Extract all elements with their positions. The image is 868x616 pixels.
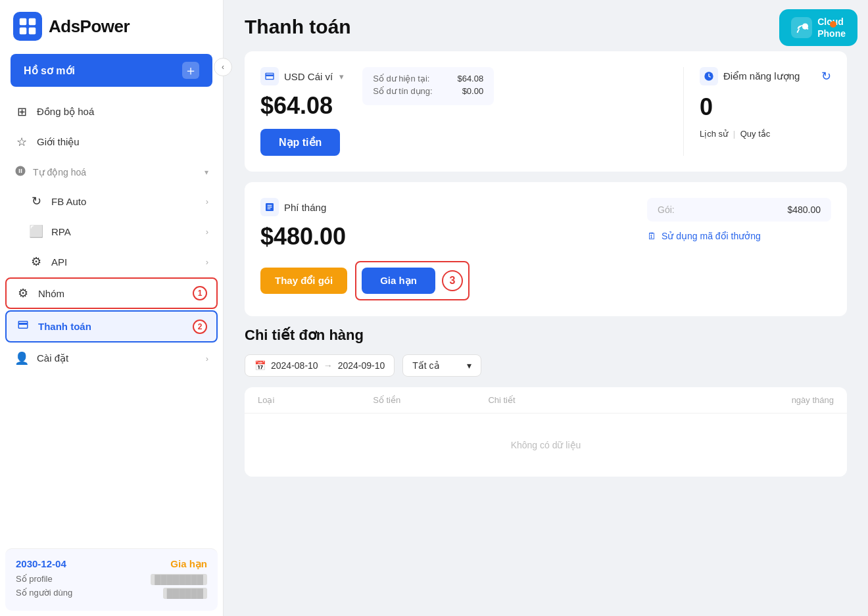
order-section: Chi tiết đơn hàng 📅 2024-08-10 → 2024-09… [245, 327, 847, 477]
col-detail: Chi tiết [488, 395, 718, 405]
cloud-phone-button[interactable]: CloudPhone [779, 9, 857, 46]
balance-left: USD Cái ví ▾ $64.08 Nạp tiền Số dư hiện … [260, 67, 684, 156]
footer-renew-link[interactable]: Gia hạn [170, 558, 207, 570]
page-title: Thanh toán [245, 16, 847, 38]
package-label: Gói: [658, 204, 675, 215]
fee-label: Phí tháng [284, 202, 326, 213]
change-plan-button[interactable]: Thay đổi gói [260, 268, 347, 294]
automation-icon [14, 165, 26, 179]
promo-icon: 🗓 [647, 231, 656, 241]
deposit-button[interactable]: Nạp tiền [260, 129, 340, 156]
sidebar-item-rpa[interactable]: ⬜ RPA › [5, 217, 218, 246]
sidebar-item-api[interactable]: ⚙ API › [5, 247, 218, 276]
filter-dropdown-arrow: ▾ [467, 360, 471, 371]
cloud-phone-label: CloudPhone [817, 16, 846, 39]
group-icon: ⚙ [16, 286, 30, 300]
settings-icon: 👤 [14, 351, 29, 366]
current-balance-value: $64.08 [457, 74, 483, 83]
sync-icon: ⊞ [14, 105, 29, 119]
package-row: Gói: $480.00 [647, 198, 831, 222]
order-table: Loại Số tiền Chi tiết ngày tháng Không c… [245, 387, 847, 477]
col-date: ngày tháng [719, 395, 834, 405]
svg-rect-0 [20, 18, 27, 26]
fee-card: Phí tháng $480.00 Thay đổi gói Gia hạn 3… [245, 182, 847, 316]
renew-badge: 3 [442, 270, 463, 291]
logo-area: AdsPower [0, 0, 223, 49]
fee-right: Gói: $480.00 🗓 Sử dụng mã đổi thưởng [647, 198, 831, 300]
col-amount: Số tiền [373, 395, 488, 405]
rpa-icon: ⬜ [29, 224, 43, 239]
payment-badge: 2 [193, 320, 207, 334]
credit-value: $0.00 [462, 86, 484, 96]
rules-link[interactable]: Quy tắc [740, 129, 771, 139]
order-filters: 📅 2024-08-10 → 2024-09-10 Tất cả ▾ [245, 354, 847, 377]
sidebar-nav: ⊞ Đồng bộ hoá ☆ Giới thiệu Tự động hoá ▾… [0, 97, 223, 543]
history-link[interactable]: Lịch sử [700, 129, 728, 139]
points-links: Lịch sử | Quy tắc [700, 129, 831, 139]
sidebar-item-sync[interactable]: ⊞ Đồng bộ hoá [5, 97, 218, 126]
sidebar-item-settings[interactable]: 👤 Cài đặt › [5, 344, 218, 373]
balance-amount: $64.08 [260, 92, 344, 120]
new-profile-button[interactable]: Hồ sơ mới ＋ [11, 54, 212, 87]
api-arrow: › [206, 257, 208, 267]
date-range-arrow: → [324, 360, 333, 371]
profile-count-label: Số profile [16, 574, 53, 585]
automation-arrow: ▾ [205, 168, 208, 177]
package-value: $480.00 [787, 204, 821, 215]
sidebar-footer: 2030-12-04 Gia hạn Số profile ████████ S… [5, 548, 218, 611]
svg-rect-2 [20, 28, 27, 35]
promo-label: Sử dụng mã đổi thưởng [662, 231, 761, 241]
current-balance-label: Số dư hiện tại: [373, 74, 429, 83]
sidebar-item-intro[interactable]: ☆ Giới thiệu [5, 128, 218, 156]
date-range-picker[interactable]: 📅 2024-08-10 → 2024-09-10 [245, 354, 395, 377]
sidebar-item-automation[interactable]: Tự động hoá ▾ [5, 158, 218, 187]
col-type: Loại [258, 395, 373, 405]
main-content: Thanh toán USD Cái ví ▾ $64.08 Nạp t [224, 0, 868, 616]
cloud-phone-icon [791, 17, 812, 38]
order-section-title: Chi tiết đơn hàng [245, 327, 847, 344]
wallet-label: USD Cái ví [284, 71, 333, 82]
credit-label: Số dư tín dụng: [373, 86, 433, 96]
logo-text: AdsPower [49, 16, 130, 37]
svg-rect-1 [29, 18, 36, 26]
balance-card: USD Cái ví ▾ $64.08 Nạp tiền Số dư hiện … [245, 51, 847, 172]
wallet-icon [260, 67, 279, 85]
settings-arrow: › [206, 354, 208, 364]
svg-rect-3 [29, 28, 36, 35]
api-icon: ⚙ [29, 254, 43, 269]
order-type-filter[interactable]: Tất cả ▾ [402, 354, 481, 377]
calendar-icon: 📅 [254, 360, 266, 371]
profile-count-value: ████████ [151, 574, 207, 585]
group-badge: 1 [193, 286, 207, 300]
points-value: 0 [700, 93, 831, 121]
sidebar-collapse-button[interactable]: ‹ [214, 58, 232, 76]
sidebar-item-group[interactable]: ⚙ Nhóm 1 [5, 277, 218, 309]
points-label: Điểm năng lượng [723, 70, 821, 82]
points-refresh-icon[interactable]: ↻ [821, 69, 831, 83]
sidebar: AdsPower ‹ Hồ sơ mới ＋ ⊞ Đồng bộ hoá ☆ G… [0, 0, 224, 616]
fee-amount: $480.00 [260, 223, 631, 250]
sidebar-item-fb-auto[interactable]: ↻ FB Auto › [5, 187, 218, 216]
wallet-dropdown[interactable]: ▾ [339, 72, 344, 82]
promo-row[interactable]: 🗓 Sử dụng mã đổi thưởng [647, 228, 831, 244]
fee-icon [260, 198, 279, 216]
expiry-date: 2030-12-04 [16, 558, 66, 570]
star-icon: ☆ [14, 135, 29, 149]
fee-buttons: Thay đổi gói Gia hạn 3 [260, 261, 631, 300]
renew-button[interactable]: Gia hạn [362, 268, 435, 294]
user-count-value: ██████ [163, 588, 207, 599]
date-to: 2024-09-10 [338, 360, 385, 371]
balance-right: Điểm năng lượng ↻ 0 Lịch sử | Quy tắc [700, 67, 831, 156]
sidebar-item-payment[interactable]: Thanh toán 2 [5, 310, 218, 343]
fb-auto-icon: ↻ [29, 194, 43, 208]
points-icon [700, 67, 718, 85]
order-table-header: Loại Số tiền Chi tiết ngày tháng [245, 387, 847, 414]
cloud-phone-dot [830, 21, 836, 28]
fee-left: Phí tháng $480.00 Thay đổi gói Gia hạn 3 [260, 198, 631, 300]
rpa-arrow: › [206, 227, 208, 237]
renew-outline-box: Gia hạn 3 [355, 261, 470, 300]
fb-auto-arrow: › [206, 197, 208, 206]
filter-label: Tất cả [412, 360, 439, 371]
user-count-label: Số người dùng [16, 588, 72, 599]
balance-info: Số dư hiện tại: $64.08 Số dư tín dụng: $… [362, 67, 494, 105]
